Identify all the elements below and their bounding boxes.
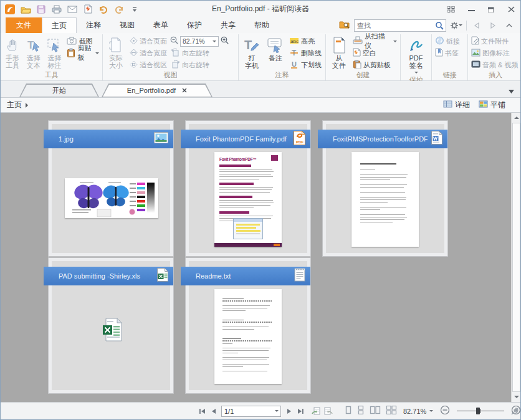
email-icon[interactable] xyxy=(67,4,78,15)
resize-grip[interactable] xyxy=(511,406,519,418)
zoom-out-icon[interactable] xyxy=(170,36,179,47)
open-file-icon[interactable] xyxy=(20,4,31,15)
facing-layout-icon[interactable] xyxy=(370,406,381,417)
redo-icon[interactable] xyxy=(113,4,125,15)
scroll-up-icon[interactable] xyxy=(512,113,520,122)
link-button[interactable]: 链接 xyxy=(434,36,461,47)
new-document-icon[interactable] xyxy=(82,4,93,15)
zoom-in-icon[interactable] xyxy=(220,36,229,47)
highlight-button[interactable]: abc 高亮 xyxy=(288,36,323,47)
minimize-button[interactable] xyxy=(466,5,477,14)
history-forward-icon[interactable] xyxy=(487,20,499,31)
ribbon: 手形 工具 T 选择 文本 选择 标注 截图 xyxy=(1,33,520,81)
continuous-facing-layout-icon[interactable] xyxy=(386,406,397,417)
file-tile-1jpg[interactable]: 1.jpg xyxy=(48,120,174,257)
fit-width-button[interactable]: 适合宽度 xyxy=(128,47,168,59)
group-label-tools: 工具 xyxy=(1,70,102,80)
rotate-left-button[interactable]: 向左旋转 xyxy=(170,47,229,59)
file-attachment-icon xyxy=(471,36,479,46)
zoom-level-combobox[interactable]: 82.71% xyxy=(180,36,219,47)
tab-view[interactable]: 视图 xyxy=(110,17,144,33)
zoom-slider-handle[interactable] xyxy=(476,408,480,414)
view-details-button[interactable]: 详细 xyxy=(443,100,470,110)
page-number-input[interactable] xyxy=(222,408,265,415)
file-tile-readme-txt[interactable]: Readme.txt xyxy=(185,257,311,394)
tab-home[interactable]: 主页 xyxy=(42,17,77,33)
file-tile-rms-readme[interactable]: FoxitRMSProtectionToolforPDF1.0_rea xyxy=(322,120,448,257)
next-page-icon[interactable] xyxy=(284,405,295,418)
tab-comment[interactable]: 注释 xyxy=(77,17,110,33)
history-back-icon[interactable] xyxy=(471,20,483,31)
file-name: FoxitRMSProtectionToolforPDF1.0_rea xyxy=(333,135,428,143)
tab-form[interactable]: 表单 xyxy=(144,17,178,33)
actual-size-button[interactable]: 实际 大小 xyxy=(105,36,127,69)
tab-protect[interactable]: 保护 xyxy=(178,17,211,33)
last-page-icon[interactable] xyxy=(295,405,306,418)
svg-text:abc: abc xyxy=(290,39,299,44)
search-scope-icon[interactable] xyxy=(339,20,350,31)
scroll-down-icon[interactable] xyxy=(512,393,520,402)
search-go-icon[interactable] xyxy=(433,20,446,31)
continuous-layout-icon[interactable] xyxy=(357,406,365,417)
pdf-sign-button[interactable]: PDF 签名 xyxy=(403,36,429,75)
settings-gear-icon[interactable] xyxy=(450,20,462,31)
fit-visible-button[interactable]: 适合视区 xyxy=(128,59,168,70)
close-button[interactable] xyxy=(505,5,517,14)
rotate-right-button[interactable]: 向右旋转 xyxy=(170,59,229,70)
tab-help[interactable]: 帮助 xyxy=(245,17,279,33)
save-icon[interactable] xyxy=(36,4,47,15)
zoom-dropdown-icon[interactable] xyxy=(429,410,433,414)
collapse-ribbon-icon[interactable] xyxy=(503,20,515,31)
doc-tab-start[interactable]: 开始 xyxy=(19,84,99,97)
select-text-button[interactable]: T 选择 文本 xyxy=(24,36,44,69)
restore-button[interactable] xyxy=(485,5,497,14)
typewriter-button[interactable]: T 打 字机 xyxy=(241,36,263,69)
select-annotation-button[interactable]: 选择 标注 xyxy=(45,36,65,69)
scrollbar-thumb[interactable] xyxy=(512,123,520,392)
doc-tab-portfolio[interactable]: En_Portfolio.pdf xyxy=(102,84,213,97)
create-from-clipboard-button[interactable]: 从剪贴板 xyxy=(351,59,398,70)
file-tile-phantompdf[interactable]: Foxit PhantomPDF Family.pdf PDF Foxit Ph… xyxy=(185,120,311,257)
view-tiles-button[interactable]: 平铺 xyxy=(479,100,505,110)
bookmark-button[interactable]: 书签 xyxy=(434,47,461,59)
next-view-icon[interactable] xyxy=(322,405,333,418)
undo-icon[interactable] xyxy=(98,4,109,15)
ui-options-icon[interactable] xyxy=(446,5,457,14)
create-from-scanner-button[interactable]: 从扫描仪 xyxy=(351,36,398,47)
audio-video-button[interactable]: 音频 & 视频 xyxy=(470,59,519,70)
tab-file[interactable]: 文件 xyxy=(6,17,42,33)
clipboard-button[interactable]: 剪贴板 xyxy=(65,47,100,59)
create-blank-button[interactable]: 空白 xyxy=(351,47,398,59)
previous-page-icon[interactable] xyxy=(208,405,219,418)
note-button[interactable]: 备注 xyxy=(264,36,287,62)
foxit-logo[interactable] xyxy=(4,4,16,15)
image-annotation-button[interactable]: 图像标注 xyxy=(470,47,519,59)
page-number-combobox[interactable] xyxy=(221,406,281,417)
underline-icon: U xyxy=(289,60,299,70)
close-tab-icon[interactable] xyxy=(182,87,187,94)
underline-button[interactable]: U 下划线 xyxy=(288,59,323,70)
highlight-icon: abc xyxy=(289,37,299,46)
customize-toolbar-icon[interactable] xyxy=(129,4,140,15)
print-icon[interactable] xyxy=(51,4,62,15)
previous-view-icon[interactable] xyxy=(311,405,322,418)
first-page-icon[interactable] xyxy=(196,405,208,418)
search-input[interactable] xyxy=(355,22,433,29)
zoom-percentage[interactable]: 82.71% xyxy=(403,408,426,415)
tab-share[interactable]: 共享 xyxy=(211,17,245,33)
file-attachment-button[interactable]: 文件附件 xyxy=(470,36,519,47)
single-page-layout-icon[interactable] xyxy=(345,406,352,417)
file-tile-pad-xls[interactable]: PAD submitting -Shirley.xls xyxy=(48,257,174,394)
zoom-slider[interactable] xyxy=(457,411,504,411)
tab-list-dropdown-icon[interactable] xyxy=(509,85,514,96)
file-thumbnail xyxy=(65,178,158,218)
create-from-file-button[interactable]: 从 文件 xyxy=(328,36,350,69)
hand-tool-button[interactable]: 手形 工具 xyxy=(2,36,22,69)
vertical-scrollbar[interactable] xyxy=(511,113,520,402)
pdf-file-icon: PDF xyxy=(294,131,305,148)
breadcrumb[interactable]: 主页 xyxy=(7,100,31,110)
strikeout-button[interactable]: T 删除线 xyxy=(288,47,323,59)
zoom-out-button[interactable] xyxy=(440,405,450,418)
file-name: 1.jpg xyxy=(59,135,151,143)
fit-page-button[interactable]: 适合页面 xyxy=(128,36,168,47)
